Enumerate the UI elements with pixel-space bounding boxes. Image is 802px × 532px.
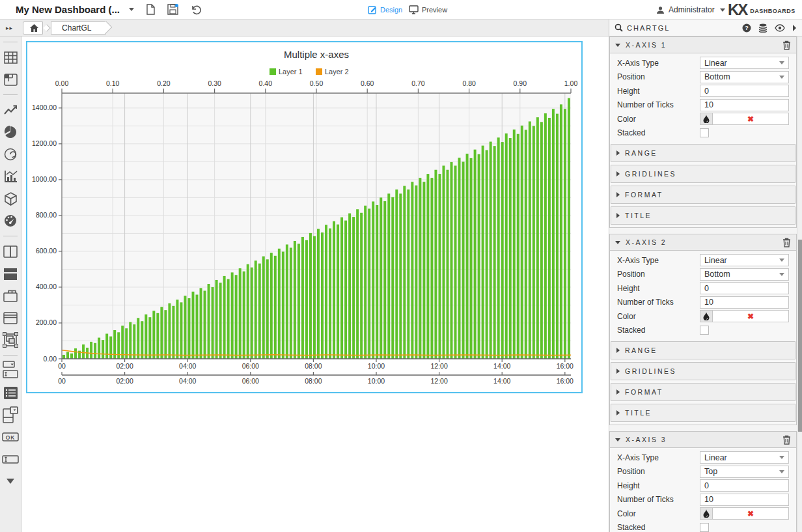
number-of-ticks-input[interactable]: 10 [700,296,789,309]
delete-axis-trash-icon[interactable] [782,40,791,50]
delete-axis-trash-icon[interactable] [782,435,791,445]
panel-scrollbar-thumb[interactable] [798,240,802,432]
height-input[interactable]: 0 [700,282,789,294]
position-select[interactable]: Top [700,466,789,478]
clear-x-icon: ✖ [747,510,754,518]
sidebar-form-controls-icon[interactable] [2,362,19,379]
select-caret-icon [779,76,784,79]
subsection-x-axis-1-title[interactable]: TITLE [611,206,795,225]
user-menu[interactable]: Administrator [656,0,725,20]
sidebar-pivot-grid-icon[interactable] [2,71,19,88]
sidebar-chartgl-icon[interactable] [2,168,19,185]
svg-text:1000.00: 1000.00 [32,175,57,183]
field-label-color: Color [617,115,636,124]
sidebar-canvas-group-icon[interactable] [2,331,19,348]
subsection-x-axis-1-format[interactable]: FORMAT [611,186,795,204]
sidebar-cube-3d-icon[interactable] [2,190,19,207]
field-label-number-of-ticks: Number of Ticks [617,495,674,504]
position-select[interactable]: Bottom [700,268,789,281]
color-clear-button[interactable]: ✖ [713,113,789,125]
x-axis-type-select[interactable]: Linear [700,451,789,464]
subsection-title: GRIDLINES [625,367,676,375]
field-label-stacked: Stacked [617,523,645,532]
field-label-color: Color [617,312,636,321]
new-document-icon[interactable] [146,4,156,15]
field-row-color: Color✖ [610,112,796,126]
height-input[interactable]: 0 [700,479,789,492]
dashboard-menu-caret-icon[interactable] [129,8,134,11]
help-icon[interactable]: ? [742,23,751,33]
sidebar-text-field-icon[interactable] [2,451,19,468]
section-header-x-axis-1[interactable]: X-AXIS 1 [610,37,796,53]
color-picker-button[interactable] [700,310,713,322]
save-icon[interactable] [167,4,178,15]
chartgl-widget[interactable]: 0.000.100.200.300.400.500.600.700.800.90… [26,41,583,393]
eye-icon[interactable] [775,24,785,32]
section-header-x-axis-3[interactable]: X-AXIS 3 [610,432,796,448]
undo-icon[interactable] [190,4,201,15]
svg-text:12:00: 12:00 [430,362,447,370]
field-row-position: PositionBottom [610,268,796,282]
stacked-checkbox[interactable] [700,326,709,335]
field-row-color: Color✖ [610,309,796,324]
number-of-ticks-input[interactable]: 10 [700,494,789,506]
user-name: Administrator [669,5,715,14]
home-icon [30,24,38,32]
sidebar-listbox-icon[interactable] [2,384,19,401]
sidebar-accordion-icon[interactable] [2,309,19,326]
droplet-icon [703,312,710,320]
design-canvas[interactable]: 0.000.100.200.300.400.500.600.700.800.90… [21,36,609,532]
field-row-number-of-ticks: Number of Ticks10 [610,98,796,113]
dashboard-title[interactable]: My New Dashboard (... [16,4,120,15]
number-of-ticks-input[interactable]: 10 [700,99,789,111]
collapse-panel-icon[interactable] [792,25,797,31]
x-axis-type-select[interactable]: Linear [700,254,789,266]
sidebar-line-chart-icon[interactable] [2,102,19,119]
expand-caret-icon [616,348,620,353]
sidebar-ok-button-icon[interactable]: OK [2,428,19,445]
delete-axis-trash-icon[interactable] [782,238,791,247]
subsection-x-axis-1-gridlines[interactable]: GRIDLINES [611,165,795,183]
color-clear-button[interactable]: ✖ [713,507,789,520]
sidebar-gauge-icon[interactable] [2,212,19,229]
preview-tab[interactable]: Preview [409,0,447,20]
select-caret-icon [779,259,784,262]
sidebar-table-icon[interactable] [2,49,19,66]
subsection-x-axis-2-range[interactable]: RANGE [611,341,795,359]
sidebar-tabs-icon[interactable] [2,287,19,304]
subsection-x-axis-1-range[interactable]: RANGE [611,144,795,162]
stacked-checkbox[interactable] [700,128,709,137]
section-header-x-axis-2[interactable]: X-AXIS 2 [610,234,796,251]
search-icon[interactable] [615,23,623,32]
stacked-checkbox[interactable] [700,523,709,532]
height-input[interactable]: 0 [700,85,789,97]
data-sources-icon[interactable] [758,23,767,33]
design-tab[interactable]: Design [368,0,402,20]
sidebar-divider [3,236,18,236]
droplet-icon [703,509,710,518]
sidebar-dial-icon[interactable] [2,146,19,163]
breadcrumb-page[interactable]: ChartGL [51,21,106,35]
field-label-color: Color [617,509,636,518]
sidebar-pie-chart-icon[interactable] [2,124,19,141]
x-axis-type-select[interactable]: Linear [700,57,789,69]
subsection-x-axis-2-gridlines[interactable]: GRIDLINES [611,362,795,380]
svg-text:08:00: 08:00 [305,362,322,370]
color-picker-button[interactable] [700,113,713,125]
panel-scrollbar[interactable] [797,36,802,532]
sidebar-columns-layout-icon[interactable] [2,243,19,260]
color-clear-button[interactable]: ✖ [713,310,789,322]
sidebar-breakpoint-panel-icon[interactable] [2,406,19,423]
sidebar-header-rows-icon[interactable] [2,265,19,282]
svg-text:0.40: 0.40 [259,79,273,87]
position-select[interactable]: Bottom [700,71,789,83]
subsection-x-axis-2-title[interactable]: TITLE [611,404,795,422]
breadcrumb-home[interactable] [23,21,43,35]
expand-tree-icon[interactable]: ▸▸ [6,25,13,31]
subsection-x-axis-2-format[interactable]: FORMAT [611,383,795,401]
sidebar-scroll-down-icon[interactable] [2,473,19,490]
color-picker-button[interactable] [700,507,713,520]
property-panel-header: CHARTGL ? [609,20,802,36]
section-x-axis-3: X-AXIS 3 X-Axis TypeLinearPositionTopHei… [609,431,797,532]
svg-text:10:00: 10:00 [368,377,385,385]
